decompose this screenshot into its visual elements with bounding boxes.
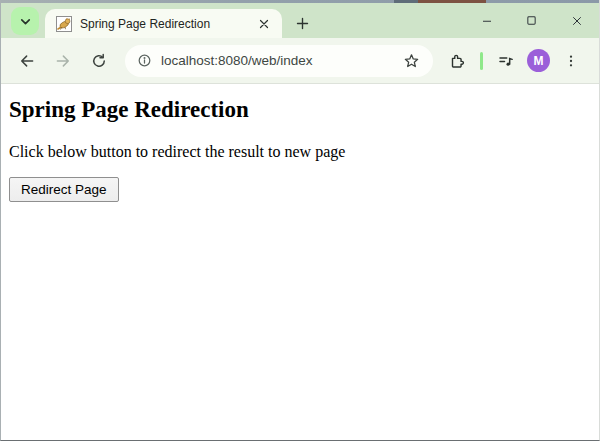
- bookmark-star-icon[interactable]: [397, 47, 425, 75]
- extensions-puzzle-icon: [448, 52, 466, 70]
- tab-spring-page-redirection[interactable]: Spring Page Redirection: [45, 9, 282, 38]
- reload-button[interactable]: [85, 47, 113, 75]
- avatar-initial: M: [534, 54, 544, 68]
- browser-window: Spring Page Redirection: [0, 0, 600, 441]
- url-text: localhost:8080/web/index: [161, 53, 397, 68]
- minimize-icon: [481, 15, 493, 27]
- media-controls-icon: [497, 52, 515, 70]
- forward-button[interactable]: [49, 47, 77, 75]
- address-bar[interactable]: localhost:8080/web/index: [125, 45, 433, 77]
- media-controls-button[interactable]: [492, 47, 520, 75]
- tab-close-icon[interactable]: [255, 15, 273, 33]
- back-arrow-icon: [18, 52, 36, 70]
- browser-menu-button[interactable]: [557, 47, 585, 75]
- browser-toolbar: localhost:8080/web/index: [1, 38, 599, 84]
- close-window-button[interactable]: [554, 3, 599, 38]
- profile-avatar[interactable]: M: [527, 49, 550, 72]
- tab-bar: Spring Page Redirection: [1, 3, 599, 38]
- tab-search-button[interactable]: [11, 7, 39, 35]
- reload-icon: [90, 52, 108, 70]
- maximize-icon: [526, 15, 537, 26]
- new-tab-button[interactable]: [289, 10, 316, 37]
- back-button[interactable]: [13, 47, 41, 75]
- close-icon: [571, 15, 583, 27]
- plus-icon: [295, 16, 310, 31]
- page-description: Click below button to redirect the resul…: [9, 143, 591, 161]
- kebab-menu-icon: [563, 53, 579, 69]
- extensions-button[interactable]: [443, 47, 471, 75]
- minimize-button[interactable]: [464, 3, 509, 38]
- tomcat-favicon-icon: [56, 16, 72, 32]
- tab-group-separator: [480, 52, 483, 70]
- forward-arrow-icon: [54, 52, 72, 70]
- tab-title: Spring Page Redirection: [80, 17, 255, 31]
- maximize-button[interactable]: [509, 3, 554, 38]
- page-content: Spring Page Redirection Click below butt…: [1, 85, 599, 440]
- window-controls: [464, 3, 599, 38]
- redirect-page-button[interactable]: Redirect Page: [9, 177, 119, 202]
- site-info-icon[interactable]: [137, 53, 152, 68]
- page-title: Spring Page Redirection: [9, 97, 591, 123]
- chevron-down-icon: [18, 14, 33, 29]
